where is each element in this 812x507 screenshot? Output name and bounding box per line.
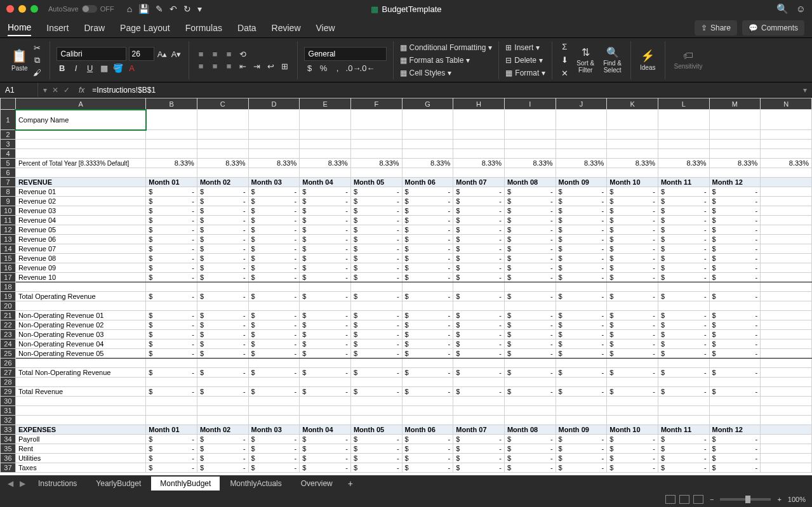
cell[interactable]: $- <box>146 216 197 225</box>
cell[interactable]: $- <box>453 349 505 359</box>
row-header[interactable]: 6 <box>1 168 16 178</box>
cell[interactable]: $- <box>504 187 556 197</box>
format-as-table-button[interactable]: ▦Format as Table ▾ <box>400 56 493 65</box>
row-header[interactable]: 2 <box>1 130 16 140</box>
minimize-window[interactable] <box>18 5 26 13</box>
cell[interactable] <box>146 168 197 178</box>
autosave-control[interactable]: AutoSave OFF <box>48 5 114 13</box>
cell[interactable]: $- <box>350 197 402 206</box>
cell[interactable]: $- <box>146 244 197 254</box>
cell[interactable] <box>300 130 351 140</box>
cell[interactable]: $- <box>607 387 658 397</box>
cell[interactable] <box>453 359 505 368</box>
column-header[interactable]: C <box>197 98 248 110</box>
cell[interactable]: $- <box>504 254 556 263</box>
cell[interactable]: $- <box>556 349 607 359</box>
cell[interactable]: $- <box>402 330 453 339</box>
cell[interactable]: $- <box>146 444 197 454</box>
align-top-icon[interactable]: ≡ <box>196 49 207 59</box>
cell[interactable]: $- <box>504 387 556 397</box>
cell[interactable]: $- <box>146 263 197 273</box>
cell[interactable]: Month 11 <box>658 178 709 187</box>
cell[interactable]: $- <box>350 254 402 263</box>
cell[interactable]: $- <box>402 244 453 254</box>
cell[interactable] <box>248 416 300 425</box>
cell[interactable]: $- <box>504 235 556 244</box>
cell[interactable]: $- <box>607 292 658 301</box>
cell[interactable]: $- <box>350 263 402 273</box>
cell[interactable]: $- <box>658 463 709 473</box>
row-header[interactable]: 36 <box>1 454 16 463</box>
cell[interactable] <box>556 406 607 416</box>
cell[interactable] <box>761 110 812 130</box>
cell[interactable] <box>402 397 453 406</box>
fill-color-icon[interactable]: 🪣 <box>112 63 124 73</box>
cell[interactable]: $- <box>453 387 505 397</box>
cell[interactable]: $- <box>300 225 351 235</box>
autosave-toggle[interactable] <box>82 5 97 13</box>
cell[interactable]: $- <box>197 263 248 273</box>
cell[interactable]: $- <box>300 273 351 282</box>
cell[interactable] <box>248 140 300 149</box>
cell[interactable] <box>146 110 197 130</box>
cell[interactable] <box>15 406 145 416</box>
cell[interactable] <box>556 149 607 159</box>
cell[interactable]: $- <box>248 235 300 244</box>
cell[interactable]: $- <box>146 320 197 330</box>
cell[interactable]: $- <box>146 349 197 359</box>
cell[interactable]: $- <box>350 339 402 349</box>
cell[interactable] <box>350 110 402 130</box>
cell[interactable] <box>146 397 197 406</box>
cell[interactable] <box>402 110 453 130</box>
column-header[interactable]: F <box>350 98 402 110</box>
cell[interactable] <box>146 416 197 425</box>
cell[interactable]: $- <box>556 320 607 330</box>
cell[interactable]: $- <box>556 292 607 301</box>
cell[interactable]: $- <box>453 454 505 463</box>
cell[interactable] <box>197 168 248 178</box>
cell[interactable]: $- <box>658 292 709 301</box>
cell[interactable]: $- <box>453 206 505 216</box>
cell[interactable]: $- <box>658 339 709 349</box>
cell[interactable] <box>402 130 453 140</box>
row-header[interactable]: 32 <box>1 416 16 425</box>
cell[interactable] <box>761 282 812 292</box>
cell[interactable]: Month 01 <box>146 178 197 187</box>
row-header[interactable]: 4 <box>1 149 16 159</box>
cell[interactable]: $- <box>607 244 658 254</box>
font-color-icon[interactable]: A <box>126 63 138 73</box>
row-header[interactable]: 21 <box>1 311 16 320</box>
cell[interactable]: $- <box>453 435 505 444</box>
cell[interactable]: $- <box>504 444 556 454</box>
page-layout-view-icon[interactable] <box>679 495 689 504</box>
cell[interactable]: $- <box>453 225 505 235</box>
cell[interactable]: $- <box>658 454 709 463</box>
cell[interactable] <box>300 406 351 416</box>
cell[interactable]: $- <box>453 339 505 349</box>
menu-home[interactable]: Home <box>8 20 31 36</box>
cell[interactable] <box>15 130 145 140</box>
row-header[interactable]: 25 <box>1 349 16 359</box>
cell[interactable] <box>504 397 556 406</box>
cell[interactable]: $- <box>402 197 453 206</box>
cell[interactable] <box>607 406 658 416</box>
cell[interactable]: Month 10 <box>607 178 658 187</box>
cell[interactable] <box>15 168 145 178</box>
autosum-icon[interactable]: Σ <box>559 42 570 51</box>
cell[interactable]: $- <box>709 368 761 378</box>
cell[interactable]: $- <box>658 349 709 359</box>
cell[interactable] <box>556 378 607 387</box>
cell[interactable]: $- <box>300 368 351 378</box>
cell[interactable] <box>15 397 145 406</box>
cell[interactable] <box>453 130 505 140</box>
cell[interactable]: $- <box>402 454 453 463</box>
cell[interactable]: $- <box>197 387 248 397</box>
increase-font-icon[interactable]: A▴ <box>157 49 168 59</box>
cell[interactable]: $- <box>658 187 709 197</box>
cell[interactable]: Month 07 <box>453 178 505 187</box>
cell[interactable] <box>761 425 812 435</box>
cell[interactable]: $- <box>300 454 351 463</box>
cell[interactable] <box>350 140 402 149</box>
fill-icon[interactable]: ⬇ <box>559 55 570 65</box>
cell[interactable]: $- <box>607 197 658 206</box>
